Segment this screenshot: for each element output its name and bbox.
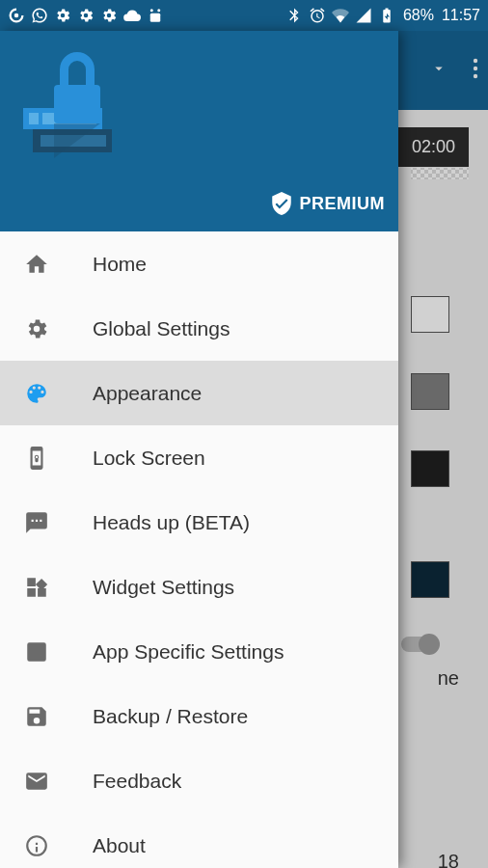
app-logo-icon [15,50,131,166]
gear-icon [23,315,50,342]
drawer-item-heads-up[interactable]: Heads up (BETA) [0,490,398,555]
battery-icon [378,7,395,24]
shield-check-icon [269,191,294,216]
cyanogen-icon [147,7,164,24]
signal-icon [355,7,372,24]
status-left-icons [8,7,164,24]
home-icon [23,251,50,278]
drawer-item-global-settings[interactable]: Global Settings [0,296,398,361]
whatsapp-icon [31,7,48,24]
drawer-item-label: Global Settings [93,317,230,340]
drawer-list: Home Global Settings Appearance Lock Scr… [0,231,398,868]
app-settings-icon [23,638,50,665]
drawer-item-label: About [93,834,146,857]
drawer-item-label: App Specific Settings [93,640,284,664]
gear-icon [77,7,95,24]
message-icon [23,509,50,536]
svg-rect-12 [54,85,100,123]
phone-lock-icon [23,445,50,472]
alarm-icon [309,7,326,24]
svg-point-1 [150,9,153,12]
bluetooth-icon [285,7,303,24]
wifi-icon [332,7,349,24]
drawer-item-feedback[interactable]: Feedback [0,748,398,813]
gear-icon [100,7,118,24]
status-right-icons: 68% 11:57 [285,7,480,24]
drawer-item-label: Feedback [93,770,181,793]
drawer-item-label: Appearance [93,382,202,405]
mail-icon [23,768,50,795]
battery-percent: 68% [403,7,434,24]
pocketcasts-icon [8,7,25,24]
svg-point-2 [157,9,160,12]
widgets-icon [23,574,50,601]
drawer-header: PREMIUM [0,31,398,231]
svg-rect-9 [29,113,39,124]
info-icon [23,832,50,859]
drawer-item-lock-screen[interactable]: Lock Screen [0,425,398,490]
drawer-item-backup-restore[interactable]: Backup / Restore [0,684,398,748]
premium-label: PREMIUM [300,194,386,214]
navigation-drawer: PREMIUM Home Global Settings Appearance … [0,31,398,868]
svg-rect-3 [150,14,161,22]
drawer-item-appearance[interactable]: Appearance [0,361,398,425]
status-bar: 68% 11:57 [0,0,488,31]
drawer-item-label: Heads up (BETA) [93,511,250,534]
drawer-item-label: Lock Screen [93,447,205,470]
cloud-icon [123,7,141,24]
drawer-item-label: Backup / Restore [93,705,248,728]
gear-icon [54,7,71,24]
premium-badge: PREMIUM [269,191,386,216]
palette-icon [23,380,50,407]
drawer-item-about[interactable]: About [0,813,398,868]
drawer-item-widget-settings[interactable]: Widget Settings [0,555,398,619]
save-icon [23,703,50,730]
drawer-item-label: Widget Settings [93,576,234,599]
drawer-item-app-specific[interactable]: App Specific Settings [0,619,398,684]
svg-point-0 [14,14,19,18]
clock: 11:57 [442,7,480,24]
drawer-item-label: Home [93,253,147,276]
drawer-item-home[interactable]: Home [0,231,398,296]
